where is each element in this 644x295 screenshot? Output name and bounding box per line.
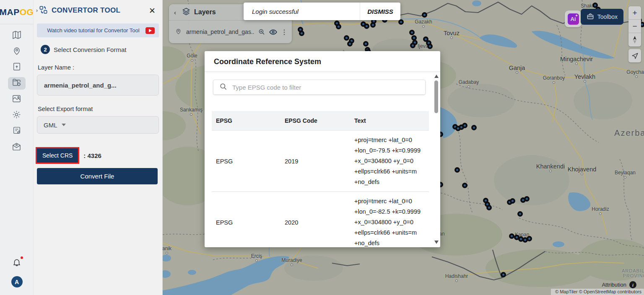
notifications-button[interactable]: [12, 258, 21, 269]
locate-me-button[interactable]: [628, 49, 641, 62]
attribution-row: Attribution i: [602, 281, 636, 288]
sidebar-item-settings[interactable]: [8, 109, 26, 122]
crs-cell-epsg: EPSG: [212, 135, 280, 187]
sidebar-item-mail[interactable]: [8, 141, 26, 153]
chevron-down-icon: [62, 124, 66, 126]
petrol-station-marker[interactable]: [363, 41, 369, 47]
export-format-value: GML: [44, 122, 57, 129]
scroll-up-arrow-icon[interactable]: [434, 75, 439, 78]
petrol-station-marker[interactable]: [409, 30, 415, 35]
crs-table-row[interactable]: EPSG2019+proj=tmerc +lat_0=0 +lon_0=-79.…: [212, 130, 429, 192]
layer-visibility-eye-icon[interactable]: [269, 28, 278, 36]
petrol-station-marker[interactable]: [344, 35, 349, 41]
panel-title: CONVERTOR TOOL: [52, 6, 147, 15]
map-icon: [12, 30, 22, 41]
convertor-tool-icon: [12, 78, 22, 89]
petrol-station-marker[interactable]: [462, 123, 467, 128]
map-zoom-controls: + −: [628, 6, 641, 47]
divider: [205, 71, 440, 72]
petrol-station-marker[interactable]: [509, 233, 514, 239]
report-icon: [12, 126, 21, 137]
petrol-station-marker[interactable]: [517, 211, 523, 217]
ai-assistant-button[interactable]: Ai✦: [565, 10, 582, 27]
zoom-out-button[interactable]: −: [628, 20, 641, 33]
petrol-station-marker[interactable]: [364, 23, 369, 29]
youtube-icon: [145, 27, 155, 34]
selected-crs-value: : 4326: [83, 152, 101, 159]
info-icon[interactable]: i: [629, 281, 636, 288]
zoom-in-button[interactable]: +: [628, 6, 641, 20]
scroll-down-arrow-icon[interactable]: [434, 241, 439, 244]
layer-menu-icon[interactable]: ⋮: [281, 28, 288, 36]
petrol-station-marker[interactable]: [471, 125, 477, 130]
sidebar-item-map[interactable]: [8, 29, 26, 42]
crs-table: EPSG EPSG Code Text EPSG2019+proj=tmerc …: [212, 111, 429, 247]
petrol-station-marker[interactable]: [501, 272, 506, 277]
toolbox-icon: [587, 13, 594, 21]
scrollbar-thumb[interactable]: [434, 80, 438, 113]
map-gallery-icon: [12, 94, 21, 105]
back-chevron-icon[interactable]: ‹: [174, 9, 176, 16]
watch-tutorial-link[interactable]: Watch video tutorial for Convertor Tool: [37, 23, 159, 37]
petrol-station-marker[interactable]: [486, 205, 492, 210]
mapog-logo: MAPOG: [0, 6, 34, 18]
column-header-epsg: EPSG: [212, 117, 280, 124]
crs-search-input[interactable]: [232, 84, 425, 91]
petrol-station-marker[interactable]: [410, 43, 415, 48]
gear-icon: [12, 110, 21, 121]
zoom-to-layer-icon[interactable]: [258, 28, 265, 36]
panel-collapse-chevron-icon[interactable]: ›: [36, 8, 38, 13]
modal-scrollbar[interactable]: [434, 74, 439, 245]
petrol-station-marker[interactable]: [422, 12, 427, 18]
convert-file-button[interactable]: Convert File: [37, 168, 158, 184]
petrol-station-marker[interactable]: [462, 183, 467, 188]
petrol-station-marker[interactable]: [524, 196, 530, 202]
login-toast: Login successful DISMISS: [244, 3, 400, 20]
compass-button[interactable]: [628, 33, 641, 47]
petrol-station-marker[interactable]: [454, 167, 460, 173]
sidebar-item-upload[interactable]: [8, 61, 26, 74]
crs-selection-row: Select CRS : 4326: [37, 148, 162, 163]
sidebar-item-location[interactable]: [8, 45, 26, 58]
export-format-dropdown[interactable]: GML: [37, 116, 159, 134]
layer-list-item[interactable]: armenia_petrol_and_gas... ⋮: [169, 20, 292, 43]
app-window: MAPOG A › CONVERTOR TOOL ✕: [0, 0, 644, 295]
divider: [0, 24, 34, 24]
column-header-epsg-code: EPSG Code: [280, 117, 350, 124]
notification-badge: [21, 256, 23, 259]
crs-table-row[interactable]: EPSG2020+proj=tmerc +lat_0=0 +lon_0=-82.…: [212, 192, 429, 247]
crs-cell-text: +proj=tmerc +lat_0=0 +lon_0=-82.5 +k=0.9…: [350, 196, 425, 247]
convertor-header-icon: [39, 5, 52, 16]
step-number-badge: 2: [41, 45, 50, 54]
layers-panel-title: Layers: [194, 8, 216, 16]
petrol-station-marker[interactable]: [427, 44, 433, 49]
location-pin-icon: [12, 46, 22, 57]
layers-stack-icon: [182, 7, 194, 17]
crs-cell-code: 2019: [280, 135, 350, 187]
crs-modal: Coordinate Reference System EPSG EPSG Co…: [205, 51, 440, 247]
sidebar-item-gallery[interactable]: [8, 93, 26, 106]
toolbox-button[interactable]: Toolbox: [581, 9, 623, 25]
sparkle-icon: ✦: [575, 14, 578, 18]
dismiss-button[interactable]: DISMISS: [360, 8, 400, 15]
petrol-station-marker[interactable]: [336, 24, 341, 29]
petrol-station-marker[interactable]: [510, 198, 515, 204]
sidebar-icon-list: [8, 29, 26, 153]
layer-name-field[interactable]: armenia_petrol_and_g...: [37, 75, 159, 96]
close-icon[interactable]: ✕: [147, 6, 157, 16]
petrol-station-marker[interactable]: [527, 236, 532, 241]
layer-pin-icon: [175, 28, 182, 36]
sidebar-item-report[interactable]: [8, 125, 26, 137]
petrol-station-marker[interactable]: [398, 19, 404, 25]
logo-text-og: OG: [20, 7, 34, 17]
select-crs-button[interactable]: Select CRS: [37, 148, 78, 163]
sidebar-bottom: A: [0, 258, 34, 287]
app-sidebar: MAPOG A: [0, 0, 34, 295]
petrol-station-marker[interactable]: [299, 31, 304, 36]
column-header-text: Text: [350, 117, 429, 124]
file-upload-icon: [12, 62, 21, 73]
sidebar-item-convertor-tool[interactable]: [8, 77, 26, 90]
user-avatar[interactable]: A: [11, 276, 23, 287]
layer-item-name: armenia_petrol_and_gas...: [186, 28, 254, 35]
petrol-station-marker[interactable]: [347, 41, 353, 47]
